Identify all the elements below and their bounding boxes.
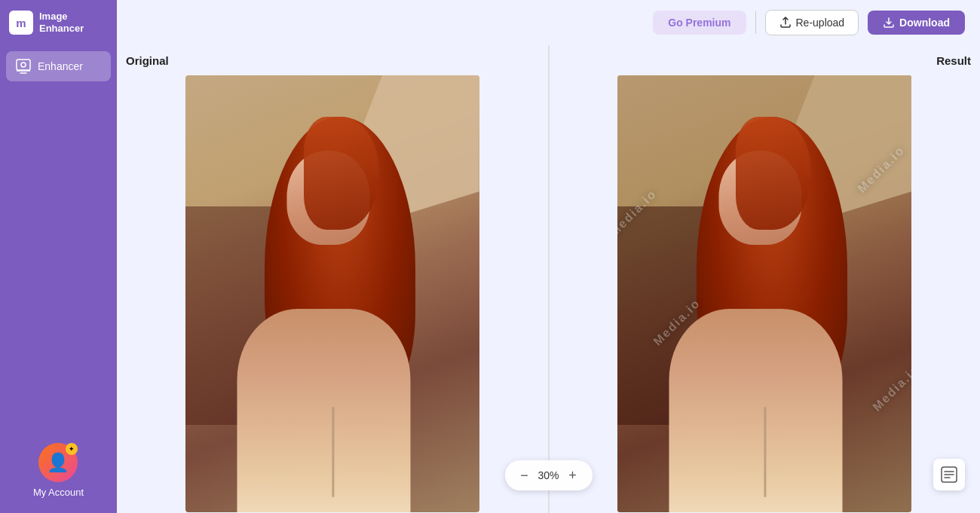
avatar[interactable]: 👤 ✦ xyxy=(38,443,78,482)
zoom-controls: − 30% + xyxy=(505,460,593,490)
logo-area: m Image Enhancer xyxy=(0,0,117,45)
zoom-out-button[interactable]: − xyxy=(514,465,535,486)
logo-icon: m xyxy=(9,11,33,35)
original-image-container xyxy=(117,45,548,513)
header-divider xyxy=(755,11,756,34)
reupload-label: Re-upload xyxy=(796,17,845,29)
account-area: 👤 ✦ My Account xyxy=(33,443,84,498)
go-premium-button[interactable]: Go Premium xyxy=(653,11,746,35)
result-label: Result xyxy=(936,54,971,67)
header: Go Premium Re-upload Download xyxy=(117,0,980,45)
original-portrait xyxy=(185,75,479,512)
svg-rect-0 xyxy=(17,60,30,70)
zoom-out-icon: − xyxy=(520,468,528,484)
sidebar-item-enhancer[interactable]: Enhancer xyxy=(6,51,111,81)
reupload-button[interactable]: Re-upload xyxy=(765,10,859,35)
sidebar: m Image Enhancer Enhancer 👤 ✦ My Account xyxy=(0,0,117,513)
zoom-value: 30% xyxy=(535,469,562,481)
download-icon xyxy=(883,17,895,29)
logo-text: Image Enhancer xyxy=(39,11,84,34)
sidebar-item-label: Enhancer xyxy=(38,60,83,72)
main-content: Go Premium Re-upload Download Original xyxy=(117,0,980,513)
comparison-area: Original xyxy=(117,45,980,513)
result-panel: Result xyxy=(550,45,981,513)
enhancer-icon xyxy=(15,58,32,75)
result-portrait: Media.io Media.io Media.io Media.io xyxy=(617,75,911,512)
result-image-container: Media.io Media.io Media.io Media.io xyxy=(550,45,981,513)
original-label: Original xyxy=(126,54,169,67)
download-button[interactable]: Download xyxy=(868,11,965,35)
download-label: Download xyxy=(899,17,950,29)
zoom-in-icon: + xyxy=(568,468,577,484)
avatar-badge: ✦ xyxy=(66,443,78,455)
original-panel: Original xyxy=(117,45,548,513)
account-label: My Account xyxy=(33,487,84,498)
zoom-in-button[interactable]: + xyxy=(562,465,583,486)
reupload-icon xyxy=(779,17,792,29)
feedback-button[interactable] xyxy=(933,459,965,490)
feedback-icon xyxy=(941,466,957,483)
nav-items: Enhancer xyxy=(0,45,117,87)
svg-point-1 xyxy=(21,63,26,67)
avatar-icon: 👤 xyxy=(47,452,69,473)
